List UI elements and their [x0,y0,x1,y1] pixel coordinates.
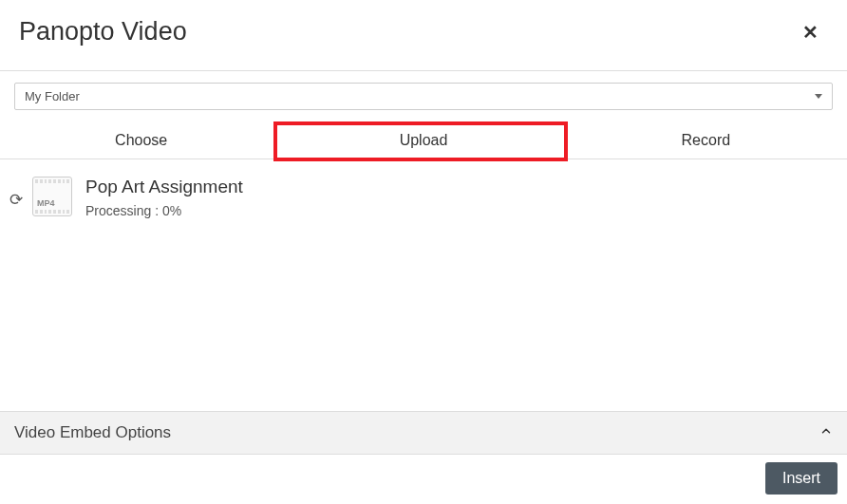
chevron-up-icon [819,424,833,441]
tab-record[interactable]: Record [565,121,847,159]
close-button[interactable]: ✕ [793,21,828,44]
tabs: Choose Upload Record [0,121,847,159]
embed-options-toggle[interactable]: Video Embed Options [0,411,847,455]
folder-dropdown[interactable]: My Folder [14,83,833,110]
folder-selected-label: My Folder [25,89,80,103]
video-title: Pop Art Assignment [85,177,243,197]
embed-options-label: Video Embed Options [14,423,171,442]
video-info: Pop Art Assignment Processing : 0% [85,177,243,218]
insert-button[interactable]: Insert [765,462,838,495]
tab-choose[interactable]: Choose [0,121,282,159]
divider [0,70,847,71]
tab-record-label: Record [682,132,731,149]
chevron-down-icon [815,94,822,99]
page-title: Panopto Video [19,17,187,47]
header: Panopto Video ✕ [0,0,847,70]
refresh-icon[interactable]: ⟳ [9,190,23,210]
file-type-label: MP4 [37,198,55,208]
tab-choose-label: Choose [115,132,167,149]
file-type-icon: MP4 [32,177,72,216]
content-area: ⟳ MP4 Pop Art Assignment Processing : 0% [0,159,847,235]
video-row[interactable]: ⟳ MP4 Pop Art Assignment Processing : 0% [9,177,838,218]
footer: Insert [756,455,847,504]
tab-upload-label: Upload [400,132,448,149]
tab-upload[interactable]: Upload [282,121,564,159]
video-status: Processing : 0% [85,203,243,218]
